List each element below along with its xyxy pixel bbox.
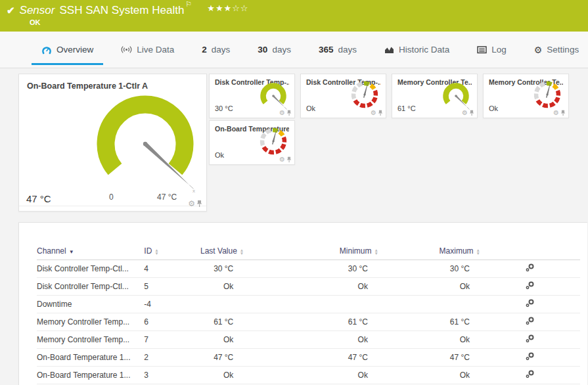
cell-minimum: Ok xyxy=(244,277,378,295)
tab-live-data[interactable]: Live Data xyxy=(111,32,184,68)
sort-icon: ▲▼ xyxy=(154,248,158,255)
column-header-maximum[interactable]: Maximum▲▼ xyxy=(378,242,480,260)
gauge-scale-max: 47 °C xyxy=(157,192,177,202)
cell-last-value: Ok xyxy=(189,330,244,348)
pin-icon[interactable] xyxy=(560,110,566,116)
table-row: Disk Controller Temp-Ctl... 4 30 °C 30 °… xyxy=(37,260,580,277)
cell-minimum: 61 °C xyxy=(244,313,378,330)
channel-settings-icon[interactable] xyxy=(526,281,535,292)
tab-overview[interactable]: Overview xyxy=(32,32,103,68)
mini-gauge-card-onboard-status[interactable]: On-Board Temperature... xyxy=(209,120,295,165)
sensor-status-header: ✔ Sensor SSH SAN System Health⚐ ★★★☆☆ OK xyxy=(0,0,588,32)
priority-stars[interactable]: ★★★☆☆ xyxy=(207,3,248,13)
cell-last-value: 61 °C xyxy=(189,313,244,330)
mini-gauge-dial-segmented xyxy=(530,78,564,110)
pin-icon[interactable] xyxy=(286,156,292,163)
sensor-tab-bar: Overview Live Data 2 days 30 days 365 da… xyxy=(0,32,588,68)
tab-historic-data[interactable]: Historic Data xyxy=(374,32,459,68)
log-list-icon xyxy=(477,45,487,54)
tab-settings[interactable]: ⚙ Settings xyxy=(524,32,588,68)
cell-channel: Downtime xyxy=(37,295,144,313)
sensor-title-text: SSH SAN System Health xyxy=(59,4,184,16)
column-header-channel[interactable]: Channel▼ xyxy=(37,242,144,260)
tab-30-days-label: days xyxy=(272,45,291,55)
tab-log[interactable]: Log xyxy=(467,32,516,68)
tab-2-days-number: 2 xyxy=(202,45,207,55)
cell-maximum: Ok xyxy=(378,277,480,295)
gauge-settings-gear-icon[interactable]: ⚙ xyxy=(188,199,195,208)
tab-historic-data-label: Historic Data xyxy=(399,45,449,55)
pin-icon[interactable] xyxy=(469,110,474,116)
table-row: On-Board Temperature 1... 3 Ok Ok Ok xyxy=(37,366,580,384)
cell-minimum: Ok xyxy=(244,330,378,348)
cell-id: 3 xyxy=(144,366,188,384)
cell-channel: On-Board Temperature 1... xyxy=(37,366,144,384)
cell-last-value xyxy=(189,295,244,313)
channel-settings-icon[interactable] xyxy=(526,352,535,363)
cell-channel: Memory Controller Temp... xyxy=(37,330,144,348)
cell-channel: Memory Controller Temp... xyxy=(37,313,144,330)
pin-icon[interactable] xyxy=(196,200,202,208)
mini-gauge-value: Ok xyxy=(489,104,498,112)
tab-live-data-label: Live Data xyxy=(137,45,174,55)
cell-id: 5 xyxy=(144,277,188,295)
mini-gauge-value: 30 °C xyxy=(215,104,233,112)
channel-settings-icon[interactable] xyxy=(526,317,535,327)
card-divider xyxy=(19,206,206,206)
tab-365-days-label: days xyxy=(338,45,357,55)
pin-icon[interactable] xyxy=(286,110,292,116)
table-row: Disk Controller Temp-Ctl... 5 Ok Ok Ok xyxy=(37,277,580,295)
cell-last-value: 30 °C xyxy=(189,260,244,277)
stars-filled: ★★★ xyxy=(207,3,232,13)
mini-gauge-card-memory-status[interactable]: Memory Controller Te... xyxy=(483,74,569,118)
column-header-last-value[interactable]: Last Value▲▼ xyxy=(189,242,244,260)
flag-icon: ⚐ xyxy=(185,0,192,8)
column-header-tools xyxy=(480,242,580,260)
tab-overview-label: Overview xyxy=(57,45,93,55)
channel-settings-icon[interactable] xyxy=(526,263,535,274)
column-header-minimum[interactable]: Minimum▲▼ xyxy=(244,242,378,260)
mini-gauge-card-disk-status[interactable]: Disk Controller Temp-... xyxy=(300,74,386,118)
tab-30-days[interactable]: 30 days xyxy=(248,32,301,68)
mini-gauge-value: Ok xyxy=(215,151,224,159)
gauge-settings-gear-icon[interactable]: ⚙ xyxy=(279,156,285,163)
mini-gauge-dial-segmented xyxy=(256,124,290,157)
column-header-id[interactable]: ID▲▼ xyxy=(144,242,188,260)
cell-last-value: Ok xyxy=(189,366,244,384)
mini-gauge-card-disk-temp[interactable]: Disk Controller Temp-... 30 °C ⚙ xyxy=(209,74,295,118)
mini-gauge-card-memory-temp[interactable]: Memory Controller Te... 61 °C ⚙ xyxy=(392,74,478,118)
overview-content: On-Board Temperature 1-Ctlr A x 47 °C 0 … xyxy=(0,68,588,385)
sort-icon: ▲▼ xyxy=(476,248,480,255)
channel-settings-icon[interactable] xyxy=(526,370,535,380)
gauge-scale-min: 0 xyxy=(109,192,114,202)
tab-2-days[interactable]: 2 days xyxy=(192,32,240,68)
sort-descending-icon: ▼ xyxy=(69,249,74,255)
mini-gauge-dial-green xyxy=(256,82,290,112)
mini-gauge-dial-segmented xyxy=(348,78,382,110)
tab-365-days[interactable]: 365 days xyxy=(309,32,367,68)
table-row: Memory Controller Temp... 7 Ok Ok Ok xyxy=(37,330,580,348)
cell-id: -4 xyxy=(144,295,188,313)
gauge-settings-gear-icon[interactable]: ⚙ xyxy=(553,109,559,116)
stars-empty: ☆☆ xyxy=(232,3,248,13)
mini-gauge-dial-green xyxy=(439,82,473,112)
primary-gauge-value: 47 °C xyxy=(26,193,51,204)
column-header-maximum-label: Maximum xyxy=(440,246,474,256)
cell-minimum xyxy=(244,295,378,313)
cell-id: 7 xyxy=(144,330,188,348)
object-kind-label: Sensor xyxy=(20,4,55,17)
mini-gauge-value: 61 °C xyxy=(397,104,416,112)
channel-settings-icon[interactable] xyxy=(526,299,535,309)
table-header-row: Channel▼ ID▲▼ Last Value▲▼ Minimum▲▼ Max… xyxy=(37,242,580,260)
channel-settings-icon[interactable] xyxy=(526,334,535,345)
gauge-settings-gear-icon[interactable]: ⚙ xyxy=(279,109,285,116)
pin-icon[interactable] xyxy=(378,110,383,116)
cell-maximum: Ok xyxy=(378,366,480,384)
table-row: On-Board Temperature 1... 2 47 °C 47 °C … xyxy=(37,348,580,366)
gauge-settings-gear-icon[interactable]: ⚙ xyxy=(371,109,376,116)
gauge-icon xyxy=(41,45,52,55)
gauge-settings-gear-icon[interactable]: ⚙ xyxy=(462,109,468,116)
gauge-needle-marker: x xyxy=(192,188,195,194)
mini-gauges-grid: Disk Controller Temp-... 30 °C ⚙ Disk Co… xyxy=(209,74,588,165)
cell-id: 6 xyxy=(144,313,188,330)
